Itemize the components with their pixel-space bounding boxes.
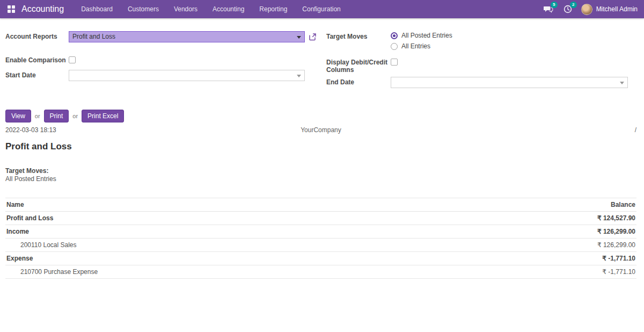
table-row: Income₹ 126,299.00 [5, 225, 636, 239]
end-date-select[interactable] [391, 77, 628, 88]
target-moves-row: Target Moves All Posted Entries All Entr… [326, 31, 636, 50]
row-balance-cell: ₹ -1,771.10 [447, 252, 636, 265]
start-date-select[interactable] [69, 70, 305, 81]
target-moves-summary: Target Moves: All Posted Entries [5, 167, 644, 183]
report-meta-row: 2022-03-03 18:13 YourCompany / [5, 126, 636, 134]
report-company: YourCompany [214, 126, 428, 134]
messages-badge: 5 [551, 2, 558, 8]
end-date-row: End Date [326, 77, 636, 88]
row-name-cell: 210700 Purchase Expense [5, 265, 447, 279]
enable-comparison-row: Enable Comparison [5, 55, 321, 64]
account-reports-label: Account Reports [5, 31, 69, 40]
chevron-down-icon [620, 82, 624, 84]
row-balance-cell: ₹ 126,299.00 [447, 239, 636, 252]
table-row: 210700 Purchase Expense₹ -1,771.10 [5, 265, 636, 279]
radio-all-entries[interactable]: All Entries [391, 42, 452, 50]
apps-grid-icon[interactable] [8, 5, 15, 13]
column-header-name: Name [5, 198, 447, 212]
action-buttons: View or Print or Print Excel [5, 110, 644, 122]
menu-vendors[interactable]: Vendors [166, 0, 205, 18]
row-name-cell: Profit and Loss [5, 212, 447, 225]
table-header-row: Name Balance [5, 198, 636, 212]
user-avatar [581, 4, 592, 15]
menu-configuration[interactable]: Configuration [295, 0, 348, 18]
top-navbar: Accounting Dashboard Customers Vendors A… [0, 0, 644, 18]
or-separator: or [35, 113, 40, 119]
display-debit-credit-checkbox[interactable] [391, 59, 398, 66]
activities-icon[interactable]: 2 [562, 4, 574, 15]
account-reports-row: Account Reports Profit and Loss [5, 31, 321, 42]
or-separator: or [72, 113, 78, 119]
start-date-row: Start Date [5, 70, 321, 81]
row-balance-cell: ₹ 124,527.90 [447, 212, 636, 225]
row-balance-cell: ₹ -1,771.10 [447, 265, 636, 279]
print-button[interactable]: Print [44, 110, 69, 122]
report-timestamp: 2022-03-03 18:13 [5, 126, 214, 134]
table-row: Expense₹ -1,771.10 [5, 252, 636, 265]
systray: 5 2 Mitchell Admin [543, 4, 638, 15]
menu-customers[interactable]: Customers [120, 0, 166, 18]
app-title[interactable]: Accounting [21, 4, 64, 14]
radio-all-posted-entries[interactable]: All Posted Entries [391, 32, 452, 39]
view-button[interactable]: View [5, 110, 31, 122]
target-moves-summary-value: All Posted Entries [5, 175, 644, 183]
display-debit-credit-row: Display Debit/Credit Columns [326, 57, 636, 74]
radio-icon [391, 32, 398, 39]
end-date-label: End Date [326, 77, 391, 86]
enable-comparison-checkbox[interactable] [69, 56, 76, 63]
report-title: Profit and Loss [5, 141, 644, 152]
messages-icon[interactable]: 5 [543, 4, 554, 15]
report-options-form: Account Reports Profit and Loss Enable C… [0, 18, 644, 88]
row-name-cell: 200110 Local Sales [5, 239, 447, 252]
external-link-icon[interactable] [309, 33, 317, 41]
activities-badge: 2 [570, 2, 577, 8]
chevron-down-icon [297, 75, 301, 77]
user-menu[interactable]: Mitchell Admin [581, 4, 638, 15]
account-reports-value: Profit and Loss [72, 33, 115, 40]
report-page-indicator: / [428, 126, 636, 134]
print-excel-button[interactable]: Print Excel [82, 110, 124, 122]
account-reports-select[interactable]: Profit and Loss [69, 31, 305, 42]
radio-icon [391, 43, 398, 50]
table-row: Profit and Loss₹ 124,527.90 [5, 212, 636, 225]
menu-accounting[interactable]: Accounting [205, 0, 252, 18]
target-moves-summary-label: Target Moves: [5, 167, 644, 175]
menu-reporting[interactable]: Reporting [252, 0, 295, 18]
target-moves-label: Target Moves [326, 31, 391, 40]
row-name-cell: Expense [5, 252, 447, 265]
report-table: Name Balance Profit and Loss₹ 124,527.90… [5, 198, 636, 279]
row-name-cell: Income [5, 225, 447, 239]
display-debit-credit-label: Display Debit/Credit Columns [326, 57, 391, 74]
user-name: Mitchell Admin [596, 5, 638, 13]
enable-comparison-label: Enable Comparison [5, 55, 69, 64]
start-date-label: Start Date [5, 70, 69, 79]
column-header-balance: Balance [447, 198, 636, 212]
target-moves-radio-group: All Posted Entries All Entries [391, 31, 452, 50]
chevron-down-icon [297, 36, 301, 39]
main-menu: Dashboard Customers Vendors Accounting R… [74, 0, 348, 18]
menu-dashboard[interactable]: Dashboard [74, 0, 120, 18]
table-row: 200110 Local Sales₹ 126,299.00 [5, 239, 636, 252]
row-balance-cell: ₹ 126,299.00 [447, 225, 636, 239]
